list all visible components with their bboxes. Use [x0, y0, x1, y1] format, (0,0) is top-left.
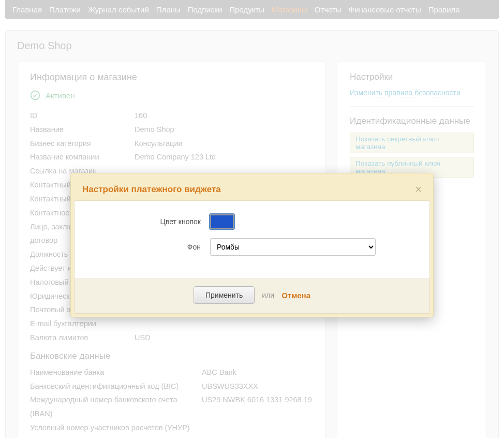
modal-title: Настройки платежного виджета: [82, 184, 221, 195]
or-text: или: [262, 291, 274, 299]
background-select[interactable]: Ромбы: [210, 238, 376, 256]
close-icon[interactable]: ×: [415, 184, 422, 195]
widget-settings-modal: Настройки платежного виджета × Цвет кноп…: [70, 173, 434, 317]
cancel-link[interactable]: Отмена: [281, 291, 310, 300]
background-label: Фон: [87, 243, 201, 251]
apply-button[interactable]: Применить: [194, 286, 255, 304]
button-color-swatch[interactable]: [210, 214, 234, 229]
button-color-label: Цвет кнопок: [87, 217, 201, 226]
